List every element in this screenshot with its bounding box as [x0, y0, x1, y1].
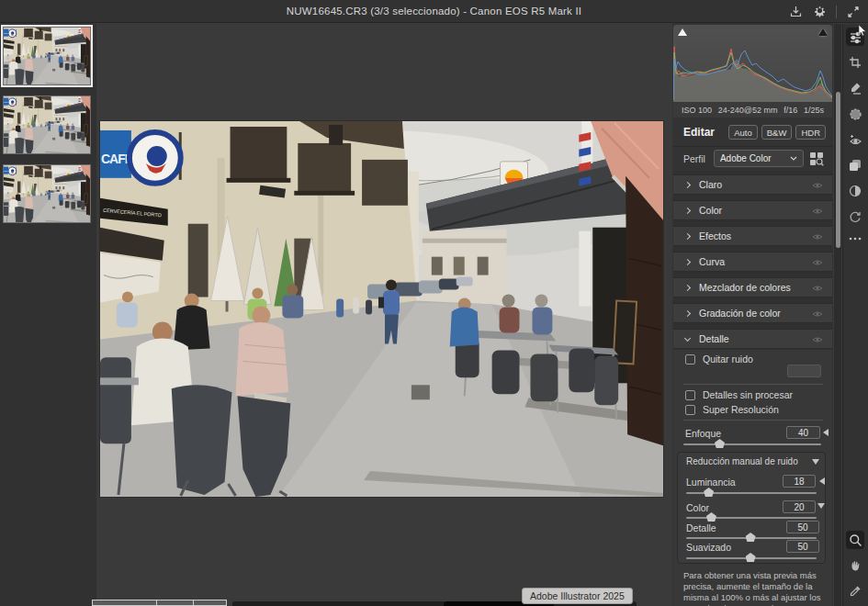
eye-icon[interactable] [812, 228, 823, 244]
profile-row: Perfil Adobe Color [673, 146, 832, 170]
red-eye-icon[interactable] [846, 130, 864, 149]
chevron-right-icon [684, 258, 691, 264]
remove-noise-checkbox[interactable] [685, 354, 695, 365]
section-efectos[interactable]: Efectos [673, 226, 832, 246]
dock-tooltip: Adobe Illustrator 2025 [522, 588, 633, 604]
filmstrip-thumbnail-3[interactable] [3, 164, 91, 223]
edit-header: Editar Auto B&W HDR [673, 121, 832, 143]
detail-nr-value-field[interactable] [786, 521, 819, 533]
section-label: Gradación de color [699, 308, 781, 319]
color-nr-label: Color [686, 502, 709, 513]
detail-nr-label: Detalle [686, 522, 716, 533]
eye-icon[interactable] [812, 331, 823, 347]
preview-note: Para obtener una vista previa más precis… [683, 570, 825, 606]
mouse-cursor [858, 24, 867, 40]
fullscreen-icon[interactable] [846, 5, 861, 19]
divider [683, 384, 823, 385]
background-window-edge [92, 600, 227, 606]
detail-nr-slider[interactable] [686, 537, 817, 539]
smoothing-value-field[interactable] [786, 540, 819, 553]
raw-details-label: Detalles sin procesar [703, 389, 793, 400]
section-label: Efectos [699, 230, 731, 241]
presets-icon[interactable] [846, 156, 864, 174]
luminance-slider[interactable] [686, 492, 817, 494]
auto-button[interactable]: Auto [728, 125, 758, 140]
remove-noise-label: Quitar ruido [703, 354, 753, 365]
hand-tool-icon[interactable] [846, 556, 864, 575]
profile-label: Perfil [683, 153, 705, 164]
dock-tooltip-text: Adobe Illustrator 2025 [530, 590, 625, 601]
section-detalle[interactable]: Detalle [673, 329, 832, 349]
chevron-down-icon [790, 156, 797, 161]
highlight-clipping-icon[interactable] [818, 28, 828, 36]
chevron-down-icon [684, 334, 691, 341]
section-label: Detalle [699, 333, 729, 344]
section-claro[interactable]: Claro [673, 174, 832, 195]
chevron-right-icon [684, 181, 691, 187]
sharpen-value-field[interactable] [786, 426, 820, 439]
filmstrip-thumbnail-1[interactable] [3, 27, 91, 85]
eye-icon[interactable] [812, 305, 823, 321]
expand-down-arrow-icon[interactable] [817, 503, 825, 509]
settings-gear-icon[interactable] [812, 5, 827, 19]
super-resolution-checkbox[interactable] [685, 405, 695, 415]
download-icon[interactable] [788, 5, 803, 19]
masking-icon[interactable] [846, 105, 864, 123]
chevron-right-icon [684, 284, 691, 290]
window-title: NUW16645.CR3 (3/3 seleccionado) - Canon … [287, 6, 581, 17]
section-label: Claro [699, 179, 722, 190]
collapse-left-arrow-icon[interactable] [819, 477, 825, 485]
panel-scrollbar [834, 24, 841, 606]
luminance-value-field[interactable] [783, 475, 816, 488]
expand-down-arrow-icon[interactable] [812, 459, 819, 465]
exif-lens: 24-240@52 mm [718, 106, 778, 115]
exif-shutter: 1/25s [804, 106, 824, 115]
luminance-label: Luminancia [686, 477, 736, 488]
section-mezclador[interactable]: Mezclador de colores [673, 277, 832, 297]
super-resolution-label: Super Resolución [703, 404, 779, 415]
snapshots-icon[interactable] [846, 182, 864, 200]
section-gradacion[interactable]: Gradación de color [673, 303, 832, 323]
white-balance-eyedropper-icon[interactable] [846, 582, 864, 600]
filmstrip-thumbnail-2[interactable] [3, 95, 91, 154]
chevron-right-icon [684, 207, 691, 213]
more-options-icon[interactable] [846, 230, 864, 248]
section-label: Curva [699, 256, 725, 267]
section-curva[interactable]: Curva [673, 252, 832, 272]
color-nr-slider[interactable] [686, 517, 817, 519]
bw-button[interactable]: B&W [761, 125, 793, 140]
eye-icon[interactable] [812, 253, 823, 270]
color-nr-value-field[interactable] [783, 500, 816, 513]
titlebar-divider [836, 6, 837, 18]
sharpen-slider[interactable] [683, 443, 821, 445]
eye-icon[interactable] [812, 176, 823, 193]
sync-versions-icon[interactable] [846, 208, 864, 226]
hdr-button[interactable]: HDR [795, 125, 826, 140]
profile-browser-icon[interactable] [809, 152, 824, 170]
healing-eraser-icon[interactable] [846, 79, 864, 97]
manual-nr-label: Reducción manual de ruido [686, 456, 798, 466]
section-label: Color [699, 205, 722, 216]
edit-title: Editar [683, 126, 715, 139]
zoom-tool-icon[interactable] [846, 531, 864, 549]
eye-icon[interactable] [812, 202, 823, 219]
panel-scrollbar-thumb[interactable] [836, 92, 840, 248]
acr-window: NUW16645.CR3 (3/3 seleccionado) - Canon … [0, 0, 868, 606]
collapse-left-arrow-icon[interactable] [823, 429, 829, 436]
eye-icon[interactable] [812, 279, 823, 296]
profile-select[interactable]: Adobe Color [714, 150, 804, 167]
section-color[interactable]: Color [673, 200, 832, 220]
exif-info: ISO 100 24-240@52 mm f/16 1/25s [673, 102, 832, 118]
raw-details-checkbox[interactable] [685, 390, 695, 400]
sharpen-label: Enfoque [685, 428, 721, 439]
remove-noise-amount-field[interactable] [787, 365, 821, 377]
exif-aperture: f/16 [783, 106, 797, 115]
section-label: Mezclador de colores [699, 282, 791, 293]
divider [683, 420, 823, 421]
profile-value: Adobe Color [720, 153, 772, 163]
crop-icon[interactable] [846, 53, 864, 72]
photo-preview[interactable] [100, 121, 663, 497]
shadow-clipping-icon[interactable] [678, 28, 687, 36]
histogram[interactable] [673, 25, 832, 102]
smoothing-slider[interactable] [686, 557, 817, 559]
